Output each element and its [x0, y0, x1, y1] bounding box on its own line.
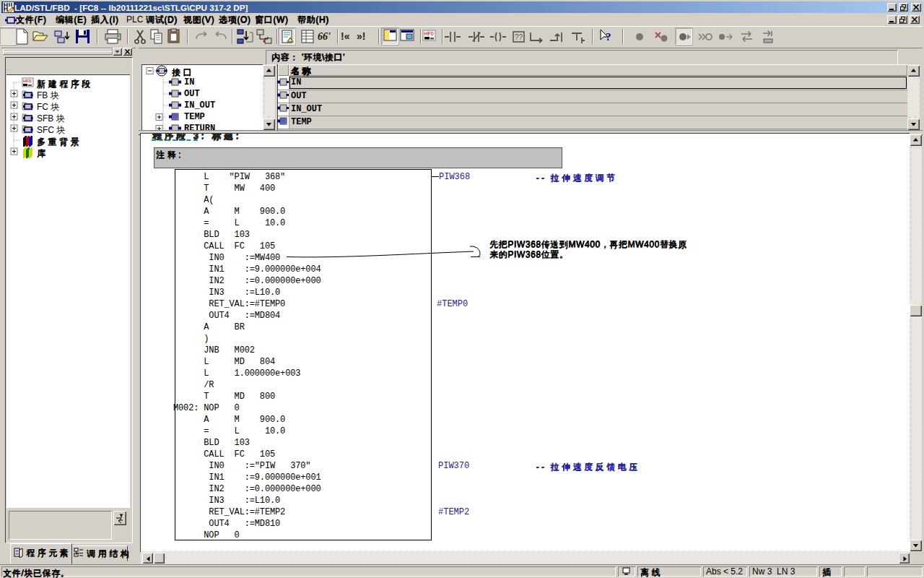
svg-text:?: ? [606, 31, 611, 43]
svg-text:66': 66' [318, 31, 331, 42]
svg-text:»!: »! [357, 30, 365, 42]
svg-text:HF0: HF0 [424, 31, 434, 36]
svg-text:??: ?? [515, 33, 523, 41]
svg-text:HF0: HF0 [23, 79, 32, 83]
svg-text:!«: !« [341, 30, 350, 42]
